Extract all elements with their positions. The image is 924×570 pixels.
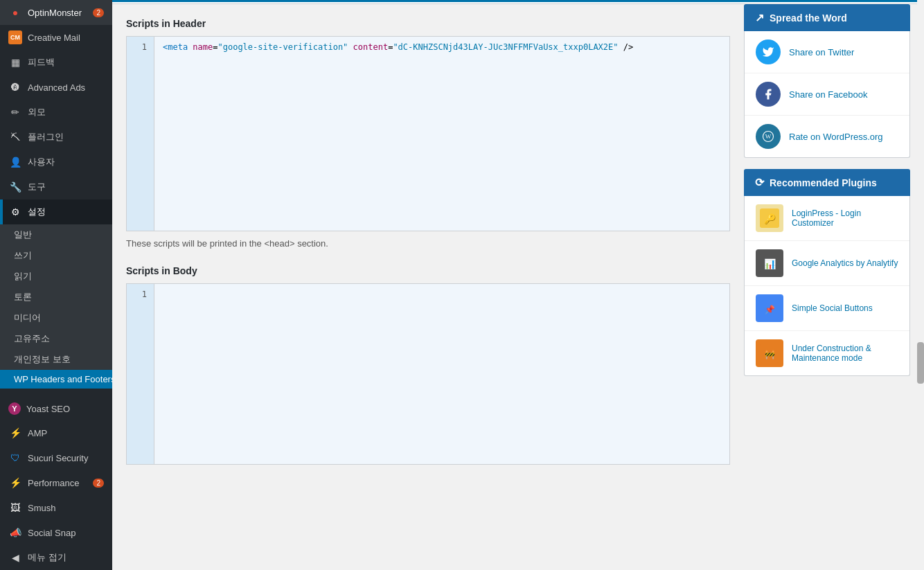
sidebar-label: AMP <box>28 428 47 438</box>
scripts-header-editor[interactable]: 1 <meta name="google-site-verification" … <box>126 36 730 231</box>
scripts-header-section: Scripts in Header 1 <meta name="google-s… <box>126 18 730 249</box>
sidebar-item-plugins[interactable]: ⛏ 플러그인 <box>0 125 112 150</box>
facebook-share-link[interactable]: Share on Facebook <box>745 73 909 116</box>
sidebar-label: Smush <box>28 503 55 513</box>
sidebar-item-menu-close[interactable]: ◀ 메뉴 접기 <box>0 545 112 570</box>
recommended-plugins-header: ⟳ Recommended Plugins <box>744 169 910 196</box>
recommended-plugins-widget: ⟳ Recommended Plugins 🔑 LoginPress - Log… <box>744 169 910 376</box>
submenu-wp-headers[interactable]: WP Headers and Footers <box>0 370 112 389</box>
submenu-label: 읽기 <box>14 270 32 283</box>
settings-icon: ⚙ <box>8 205 22 219</box>
svg-text:W: W <box>765 133 772 140</box>
google-analytics-label: Google Analytics by Analytify <box>792 258 898 268</box>
code-editor-header[interactable]: <meta name="google-site-verification" co… <box>154 37 729 231</box>
sidebar-label: 플러그인 <box>28 131 64 143</box>
submenu-label: 토론 <box>14 291 32 303</box>
line-numbers: 1 <box>127 37 154 231</box>
scrollbar-track[interactable] <box>917 0 924 570</box>
code-editor-body[interactable] <box>154 284 729 464</box>
submenu-media[interactable]: 미디어 <box>0 308 112 328</box>
main-area: Scripts in Header 1 <meta name="google-s… <box>112 0 924 570</box>
amp-icon: ⚡ <box>8 426 22 440</box>
sidebar-label: 도구 <box>28 181 46 193</box>
twitter-share-label: Share on Twitter <box>789 47 854 57</box>
feedback-icon: ▦ <box>8 55 22 69</box>
sucuri-icon: 🛡 <box>8 451 22 465</box>
sidebar-item-sucuri[interactable]: 🛡 Sucuri Security <box>0 445 112 470</box>
scripts-body-section: Scripts in Body 1 <box>126 265 730 465</box>
right-sidebar: ↗ Spread the Word Share on Twitter <box>744 4 924 570</box>
body-line-number: 1 <box>134 290 147 299</box>
plugin-simple-social[interactable]: 📌 Simple Social Buttons <box>745 286 909 331</box>
recommended-icon: ⟳ <box>755 176 764 189</box>
sidebar-label: Social Snap <box>28 528 75 538</box>
performance-icon: ⚡ <box>8 476 22 490</box>
optimonster-badge: 2 <box>93 8 104 17</box>
sidebar-item-creative-mail[interactable]: CM Creative Mail <box>0 25 112 50</box>
submenu-reading[interactable]: 읽기 <box>0 266 112 287</box>
twitter-icon <box>756 39 781 64</box>
under-construction-label: Under Construction & Maintenance mode <box>792 344 898 363</box>
facebook-icon <box>756 82 781 107</box>
advanced-ads-icon: 🅐 <box>8 80 22 94</box>
sidebar-label: OptinMonster <box>28 8 82 18</box>
sidebar-item-optimonster[interactable]: ● OptinMonster 2 <box>0 0 112 25</box>
recommended-plugins-body: 🔑 LoginPress - Login Customizer 📊 Google… <box>744 196 910 376</box>
sidebar-item-advanced-ads[interactable]: 🅐 Advanced Ads <box>0 75 112 100</box>
scripts-body-editor[interactable]: 1 <box>126 283 730 465</box>
header-hint-text: These scripts will be printed in the <he… <box>126 238 730 249</box>
svg-text:📊: 📊 <box>764 258 776 270</box>
recommended-plugins-title: Recommended Plugins <box>770 177 877 188</box>
submenu-general[interactable]: 일반 <box>0 224 112 245</box>
plugin-loginpress[interactable]: 🔑 LoginPress - Login Customizer <box>745 196 909 241</box>
wordpress-rate-label: Rate on WordPress.org <box>789 132 883 142</box>
plugin-under-construction[interactable]: 🚧 Under Construction & Maintenance mode <box>745 331 909 375</box>
svg-text:📌: 📌 <box>765 304 775 314</box>
loginpress-icon: 🔑 <box>756 204 783 232</box>
spread-word-header: ↗ Spread the Word <box>744 4 910 31</box>
submenu-label: 개인정보 보호 <box>14 353 71 366</box>
spread-word-body: Share on Twitter Share on Facebook W Rat… <box>744 31 910 158</box>
sidebar-item-yoast[interactable]: Y Yoast SEO <box>0 397 112 420</box>
submenu-privacy[interactable]: 개인정보 보호 <box>0 349 112 370</box>
yoast-icon: Y <box>8 402 21 415</box>
performance-badge: 2 <box>93 479 104 488</box>
spread-word-title: Spread the Word <box>770 12 847 24</box>
sidebar-item-settings[interactable]: ⚙ 설정 <box>0 199 112 224</box>
sidebar-item-smush[interactable]: 🖼 Smush <box>0 495 112 520</box>
svg-text:🔑: 🔑 <box>764 213 776 225</box>
sidebar-label: 외모 <box>28 106 46 118</box>
submenu-permalink[interactable]: 고유주소 <box>0 328 112 349</box>
submenu-discussion[interactable]: 토론 <box>0 287 112 308</box>
sidebar-label: Yoast SEO <box>26 404 70 414</box>
svg-text:🚧: 🚧 <box>765 349 775 359</box>
sidebar-label: Sucuri Security <box>28 453 88 463</box>
google-analytics-icon: 📊 <box>756 249 783 277</box>
body-line-numbers: 1 <box>127 284 154 464</box>
sidebar-label: 설정 <box>28 206 46 218</box>
sidebar-item-tools[interactable]: 🔧 도구 <box>0 175 112 199</box>
submenu-writing[interactable]: 쓰기 <box>0 245 112 266</box>
line-number: 1 <box>134 42 147 52</box>
sidebar-item-amp[interactable]: ⚡ AMP <box>0 420 112 445</box>
sidebar-label: Advanced Ads <box>28 82 85 93</box>
sidebar-item-appearance[interactable]: ✏ 외모 <box>0 100 112 125</box>
tools-icon: 🔧 <box>8 180 22 194</box>
plugins-icon: ⛏ <box>8 130 22 144</box>
submenu-label: WP Headers and Footers <box>14 374 112 384</box>
sidebar-label: Creative Mail <box>28 33 80 43</box>
simple-social-label: Simple Social Buttons <box>792 303 873 313</box>
plugin-google-analytics[interactable]: 📊 Google Analytics by Analytify <box>745 241 909 286</box>
wordpress-rate-link[interactable]: W Rate on WordPress.org <box>745 116 909 157</box>
scrollbar-thumb[interactable] <box>917 342 924 384</box>
sidebar-item-feedback[interactable]: ▦ 피드백 <box>0 50 112 75</box>
appearance-icon: ✏ <box>8 105 22 119</box>
twitter-share-link[interactable]: Share on Twitter <box>745 31 909 73</box>
sidebar-item-social-snap[interactable]: 📣 Social Snap <box>0 520 112 545</box>
submenu-label: 고유주소 <box>14 332 50 345</box>
sidebar-item-performance[interactable]: ⚡ Performance 2 <box>0 470 112 495</box>
sidebar-item-users[interactable]: 👤 사용자 <box>0 150 112 175</box>
share-icon: ↗ <box>755 11 764 24</box>
scripts-body-title: Scripts in Body <box>126 265 730 276</box>
users-icon: 👤 <box>8 155 22 169</box>
